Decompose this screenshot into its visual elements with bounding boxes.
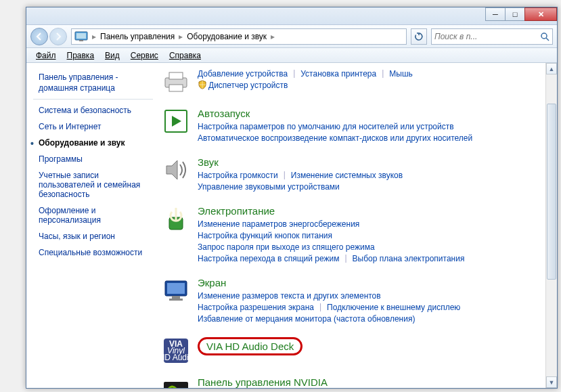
- svg-rect-1: [76, 33, 86, 39]
- sidebar-item-hardware[interactable]: Оборудование и звук: [33, 135, 158, 151]
- link-audio-devices[interactable]: Управление звуковыми устройствами: [198, 181, 340, 193]
- link-password-wake[interactable]: Запрос пароля при выходе из спящего режи…: [198, 242, 375, 253]
- power-icon: [161, 205, 191, 232]
- maximize-button[interactable]: □: [505, 7, 525, 21]
- forward-button: [49, 28, 67, 45]
- content-area: Добавление устройства| Установка принтер…: [158, 63, 557, 388]
- arrow-left-icon: [35, 32, 44, 41]
- link-mouse[interactable]: Мышь: [389, 68, 413, 80]
- category-display: Экран Изменение размеров текста и других…: [161, 277, 543, 325]
- control-panel-window: ─ □ ✕ ▸ Панель управления ▸ Оборудование…: [26, 7, 558, 389]
- navigation-bar: ▸ Панель управления ▸ Оборудование и зву…: [26, 25, 557, 48]
- category-title-sound[interactable]: Звук: [198, 156, 543, 170]
- printer-icon: [161, 68, 191, 95]
- sidebar-item-appearance[interactable]: Оформление и персонализация: [33, 202, 158, 228]
- window-body: Панель управления - домашняя страница Си…: [26, 63, 557, 388]
- link-sleep[interactable]: Настройка перехода в спящий режим: [198, 253, 339, 265]
- sidebar-item-system[interactable]: Система и безопасность: [33, 102, 158, 118]
- shield-icon: [198, 80, 207, 89]
- refresh-button[interactable]: [411, 28, 427, 45]
- link-autoplay-defaults[interactable]: Настройка параметров по умолчанию для но…: [198, 121, 454, 133]
- category-via-audio: VIAVinylHD Audio VIA HD Audio Deck: [161, 337, 543, 364]
- link-power-settings[interactable]: Изменение параметров энергосбережения: [198, 219, 359, 230]
- scrollbar[interactable]: ▲ ▼: [545, 63, 557, 388]
- menu-tools[interactable]: Сервис: [125, 49, 164, 62]
- category-title-power[interactable]: Электропитание: [198, 205, 543, 219]
- link-power-buttons[interactable]: Настройка функций кнопок питания: [198, 230, 332, 242]
- svg-text:HD Audio: HD Audio: [162, 353, 189, 362]
- breadcrumb-separator: ▸: [269, 32, 276, 41]
- category-autoplay: Автозапуск Настройка параметров по умолч…: [161, 108, 543, 144]
- svg-rect-2: [79, 40, 83, 41]
- link-resolution[interactable]: Настройка разрешения экрана: [198, 302, 314, 313]
- menu-file[interactable]: Файл: [30, 49, 62, 62]
- scroll-up-button[interactable]: ▲: [546, 63, 557, 74]
- link-power-plan[interactable]: Выбор плана электропитания: [353, 253, 465, 265]
- speaker-icon: [161, 156, 191, 183]
- highlight-via-audio: VIA HD Audio Deck: [198, 337, 302, 355]
- address-bar[interactable]: ▸ Панель управления ▸ Оборудование и зву…: [71, 28, 407, 45]
- arrow-right-icon: [53, 32, 63, 41]
- sidebar-divider: [33, 99, 153, 100]
- window-controls: ─ □ ✕: [486, 7, 557, 21]
- sidebar-item-users[interactable]: Учетные записи пользователей и семейная …: [33, 167, 158, 202]
- menu-help[interactable]: Справка: [164, 49, 206, 62]
- breadcrumb-root[interactable]: Панель управления: [97, 30, 177, 43]
- search-input[interactable]: [434, 32, 540, 41]
- scroll-thumb[interactable]: [547, 104, 556, 280]
- control-panel-icon: [74, 31, 88, 42]
- breadcrumb-separator: ▸: [91, 32, 97, 41]
- refresh-icon: [414, 32, 424, 41]
- category-nvidia: Панель управления NVIDIA: [161, 376, 543, 388]
- svg-rect-12: [169, 299, 183, 301]
- minimize-button[interactable]: ─: [485, 7, 506, 21]
- link-install-printer[interactable]: Установка принтера: [300, 68, 376, 80]
- svg-rect-6: [169, 85, 183, 91]
- close-button[interactable]: ✕: [524, 7, 557, 21]
- category-title-display[interactable]: Экран: [198, 277, 543, 290]
- sidebar-item-network[interactable]: Сеть и Интернет: [33, 118, 158, 135]
- nvidia-icon: [161, 376, 191, 388]
- svg-rect-11: [172, 296, 180, 299]
- monitor-icon: [161, 277, 191, 304]
- category-title-nvidia[interactable]: Панель управления NVIDIA: [198, 376, 543, 388]
- sidebar-item-clock[interactable]: Часы, язык и регион: [33, 228, 158, 244]
- link-device-manager[interactable]: Диспетчер устройств: [208, 80, 288, 91]
- svg-rect-5: [169, 72, 183, 79]
- link-external-display[interactable]: Подключение к внешнему дисплею: [327, 302, 460, 313]
- sidebar-home[interactable]: Панель управления - домашняя страница: [33, 70, 158, 96]
- sidebar-item-accessibility[interactable]: Специальные возможности: [33, 244, 158, 261]
- category-power: Электропитание Изменение параметров энер…: [161, 205, 543, 265]
- svg-rect-17: [164, 382, 188, 388]
- breadcrumb-current[interactable]: Оборудование и звук: [184, 30, 269, 43]
- sidebar: Панель управления - домашняя страница Си…: [26, 63, 158, 388]
- titlebar[interactable]: ─ □ ✕: [26, 7, 557, 25]
- link-system-sounds[interactable]: Изменение системных звуков: [291, 170, 403, 181]
- menu-view[interactable]: Вид: [99, 49, 125, 62]
- autoplay-icon: [161, 108, 191, 135]
- svg-rect-10: [167, 283, 185, 294]
- link-add-device[interactable]: Добавление устройства: [198, 68, 288, 80]
- scroll-down-button[interactable]: ▼: [546, 376, 557, 388]
- via-vinyl-icon: VIAVinylHD Audio: [161, 337, 191, 364]
- menu-bar: Файл Правка Вид Сервис Справка: [26, 48, 557, 63]
- category-sound: Звук Настройка громкости| Изменение сист…: [161, 156, 543, 193]
- breadcrumb-separator: ▸: [177, 32, 184, 41]
- category-devices-partial: Добавление устройства| Установка принтер…: [161, 68, 543, 95]
- back-button[interactable]: [30, 28, 48, 45]
- link-volume[interactable]: Настройка громкости: [198, 170, 278, 181]
- search-box[interactable]: [431, 28, 553, 45]
- link-text-size[interactable]: Изменение размеров текста и других элеме…: [198, 290, 381, 302]
- category-title-autoplay[interactable]: Автозапуск: [198, 108, 543, 121]
- sidebar-item-programs[interactable]: Программы: [33, 151, 158, 167]
- menu-edit[interactable]: Правка: [62, 49, 100, 62]
- search-icon[interactable]: [540, 32, 549, 41]
- link-autoplay-cd[interactable]: Автоматическое воспроизведение компакт-д…: [198, 133, 472, 144]
- category-title-via[interactable]: VIA HD Audio Deck: [206, 341, 294, 352]
- svg-point-3: [541, 33, 547, 39]
- link-refresh-rate[interactable]: Избавление от мерцания монитора (частота…: [198, 313, 415, 325]
